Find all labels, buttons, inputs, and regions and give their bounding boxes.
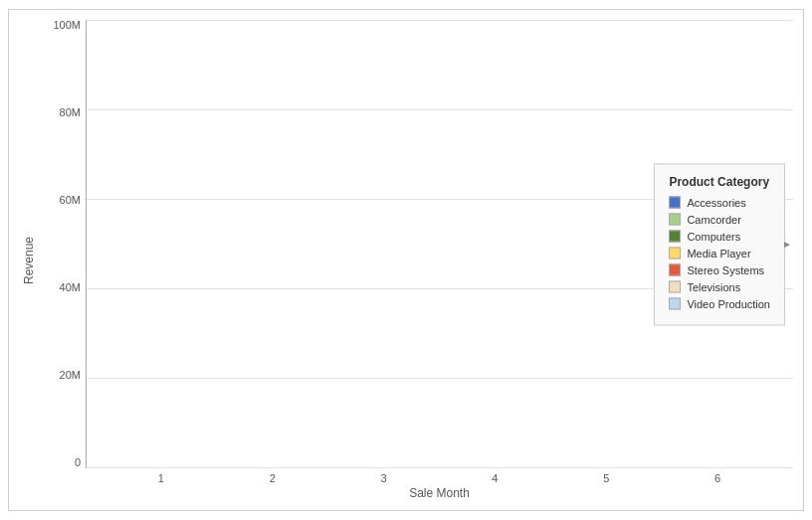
chart-area: Revenue 100M80M60M40M20M0 Product Catego… [19, 20, 793, 500]
x-tick: 6 [688, 472, 747, 484]
legend-title: Product Category [669, 174, 770, 188]
legend-swatch [669, 196, 681, 208]
x-tick: 4 [465, 472, 524, 484]
legend-label: Stereo Systems [687, 263, 764, 275]
legend-item: Media Player [669, 247, 770, 259]
y-tick: 20M [60, 370, 81, 381]
y-axis: 100M80M60M40M20M0 [41, 20, 86, 468]
x-tick: 2 [243, 472, 303, 484]
chart-container: Revenue 100M80M60M40M20M0 Product Catego… [8, 9, 804, 511]
legend-swatch [669, 280, 681, 292]
x-axis-label: Sale Month [86, 486, 793, 500]
plot-area: 100M80M60M40M20M0 Product Category Acces… [41, 20, 793, 468]
y-axis-label: Revenue [19, 20, 39, 500]
x-tick: 3 [354, 472, 414, 484]
y-tick: 100M [53, 20, 81, 31]
legend-item: Stereo Systems [669, 263, 770, 275]
legend-label: Accessories [687, 196, 745, 208]
legend-item: Accessories [669, 196, 770, 208]
y-tick: 40M [60, 282, 81, 293]
legend-arrow[interactable]: ► [782, 239, 792, 250]
grid-line [87, 467, 793, 468]
legend-swatch [669, 213, 681, 225]
legend-label: Camcorder [687, 213, 740, 225]
x-tick: 5 [576, 472, 636, 484]
y-tick: 0 [75, 457, 81, 468]
x-tick: 1 [131, 472, 191, 484]
legend-item: Computers [669, 230, 770, 242]
legend-item: Video Production [669, 297, 770, 309]
legend-label: Media Player [687, 247, 750, 259]
legend-item: Camcorder [669, 213, 770, 225]
legend-swatch [669, 230, 681, 242]
legend-swatch [669, 297, 681, 309]
legend-label: Televisions [687, 280, 740, 292]
chart-inner: 100M80M60M40M20M0 Product Category Acces… [41, 20, 793, 500]
legend-label: Video Production [687, 297, 770, 309]
legend-item: Televisions [669, 280, 770, 292]
legend-label: Computers [687, 230, 740, 242]
legend-swatch [669, 247, 681, 259]
x-axis: 123456 [86, 468, 793, 484]
y-tick: 80M [60, 107, 81, 118]
y-tick: 60M [60, 195, 81, 206]
legend: Product Category AccessoriesCamcorderCom… [654, 163, 785, 325]
legend-swatch [669, 263, 681, 275]
